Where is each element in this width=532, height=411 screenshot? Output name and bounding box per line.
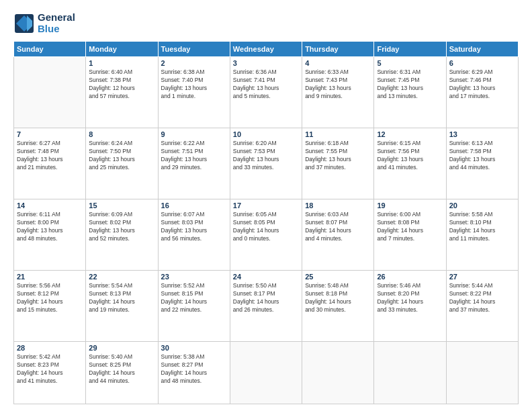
cell-2-2: 8Sunrise: 6:24 AMSunset: 7:50 PMDaylight… [86, 128, 158, 199]
calendar-table: SundayMondayTuesdayWednesdayThursdayFrid… [13, 41, 519, 404]
logo-text-general: General [38, 12, 75, 24]
cell-info: Sunset: 7:55 PM [305, 148, 371, 156]
cell-info: Daylight: 13 hours [449, 156, 515, 164]
cell-4-6: 26Sunrise: 5:46 AMSunset: 8:20 PMDayligh… [374, 271, 446, 342]
cell-info: Sunset: 7:53 PM [233, 148, 299, 156]
col-header-thursday: Thursday [302, 42, 374, 57]
cell-info: Daylight: 14 hours [233, 298, 299, 306]
cell-2-3: 9Sunrise: 6:22 AMSunset: 7:51 PMDaylight… [158, 128, 230, 199]
cell-info: Sunset: 8:02 PM [89, 219, 154, 227]
cell-1-6: 5Sunrise: 6:31 AMSunset: 7:45 PMDaylight… [374, 57, 446, 128]
cell-info: and 13 minutes. [377, 93, 443, 101]
cell-info: Daylight: 13 hours [17, 227, 83, 235]
day-number: 22 [89, 273, 154, 281]
cell-info: Sunset: 8:22 PM [449, 290, 515, 298]
cell-info: Sunrise: 6:13 AM [449, 140, 515, 148]
cell-info: and 33 minutes. [233, 164, 299, 172]
cell-info: Daylight: 13 hours [233, 85, 299, 93]
cell-info: and 22 minutes. [161, 306, 227, 314]
cell-5-5 [302, 342, 374, 404]
cell-info: Daylight: 14 hours [89, 298, 154, 306]
day-number: 1 [89, 59, 154, 67]
cell-4-7: 27Sunrise: 5:44 AMSunset: 8:22 PMDayligh… [446, 271, 518, 342]
day-number: 20 [449, 201, 515, 210]
col-header-friday: Friday [374, 42, 446, 57]
logo: General Blue [13, 12, 75, 34]
day-number: 27 [449, 273, 515, 281]
day-number: 23 [161, 273, 227, 281]
cell-info: Sunrise: 6:29 AM [449, 68, 515, 77]
cell-info: Sunrise: 5:38 AM [161, 353, 227, 361]
cell-info: and 21 minutes. [17, 164, 83, 172]
cell-5-2: 29Sunrise: 5:40 AMSunset: 8:25 PMDayligh… [86, 342, 158, 404]
cell-info: and 48 minutes. [161, 377, 227, 385]
cell-info: Sunset: 7:50 PM [89, 148, 154, 156]
day-number: 4 [305, 59, 371, 67]
calendar-page: General Blue SundayMondayTuesdayWednesda… [0, 0, 532, 411]
cell-info: and 26 minutes. [233, 306, 299, 314]
day-number: 9 [161, 130, 227, 138]
cell-info: and 1 minute. [161, 93, 227, 101]
cell-info: Daylight: 13 hours [377, 85, 443, 93]
cell-info: Sunrise: 5:44 AM [449, 282, 515, 290]
cell-2-7: 13Sunrise: 6:13 AMSunset: 7:58 PMDayligh… [446, 128, 518, 199]
cell-info: and 5 minutes. [233, 93, 299, 101]
week-row-3: 14Sunrise: 6:11 AMSunset: 8:00 PMDayligh… [14, 199, 519, 271]
week-row-1: 1Sunrise: 6:40 AMSunset: 7:38 PMDaylight… [14, 57, 519, 128]
cell-info: and 29 minutes. [161, 164, 227, 172]
cell-1-2: 1Sunrise: 6:40 AMSunset: 7:38 PMDaylight… [86, 57, 158, 128]
week-row-2: 7Sunrise: 6:27 AMSunset: 7:48 PMDaylight… [14, 128, 519, 199]
cell-info: Sunrise: 6:33 AM [305, 68, 371, 77]
cell-info: and 4 minutes. [305, 235, 371, 243]
col-header-saturday: Saturday [446, 42, 518, 57]
cell-info: and 41 minutes. [377, 164, 443, 172]
cell-info: Sunset: 7:45 PM [377, 77, 443, 85]
cell-4-1: 21Sunrise: 5:56 AMSunset: 8:12 PMDayligh… [14, 271, 86, 342]
day-number: 6 [449, 59, 515, 67]
cell-info: Daylight: 14 hours [161, 298, 227, 306]
cell-info: Daylight: 13 hours [89, 227, 154, 235]
cell-info: Sunrise: 6:05 AM [233, 211, 299, 219]
cell-1-1 [14, 57, 86, 128]
cell-5-6 [374, 342, 446, 404]
cell-info: Sunset: 7:46 PM [449, 77, 515, 85]
cell-info: Sunset: 8:25 PM [89, 361, 154, 369]
cell-info: Sunrise: 6:07 AM [161, 211, 227, 219]
day-number: 7 [17, 130, 83, 138]
col-header-monday: Monday [86, 42, 158, 57]
cell-info: Sunrise: 5:48 AM [305, 282, 371, 290]
day-number: 17 [233, 201, 299, 210]
cell-info: Sunset: 7:56 PM [377, 148, 443, 156]
cell-info: Daylight: 13 hours [89, 156, 154, 164]
cell-3-1: 14Sunrise: 6:11 AMSunset: 8:00 PMDayligh… [14, 199, 86, 271]
day-number: 24 [233, 273, 299, 281]
cell-info: Sunset: 8:08 PM [377, 219, 443, 227]
cell-3-4: 17Sunrise: 6:05 AMSunset: 8:05 PMDayligh… [230, 199, 302, 271]
cell-5-4 [230, 342, 302, 404]
cell-info: Daylight: 14 hours [17, 298, 83, 306]
cell-info: Sunrise: 6:40 AM [89, 68, 154, 77]
cell-info: Sunrise: 5:46 AM [377, 282, 443, 290]
cell-info: Sunset: 8:12 PM [17, 290, 83, 298]
day-number: 15 [89, 201, 154, 210]
cell-info: and 15 minutes. [17, 306, 83, 314]
cell-info: Sunrise: 6:00 AM [377, 211, 443, 219]
day-number: 16 [161, 201, 227, 210]
cell-1-7: 6Sunrise: 6:29 AMSunset: 7:46 PMDaylight… [446, 57, 518, 128]
cell-5-3: 30Sunrise: 5:38 AMSunset: 8:27 PMDayligh… [158, 342, 230, 404]
cell-info: Daylight: 14 hours [305, 227, 371, 235]
cell-info: and 0 minutes. [233, 235, 299, 243]
cell-info: Sunset: 8:13 PM [89, 290, 154, 298]
cell-1-4: 3Sunrise: 6:36 AMSunset: 7:41 PMDaylight… [230, 57, 302, 128]
cell-info: Daylight: 13 hours [161, 85, 227, 93]
col-header-wednesday: Wednesday [230, 42, 302, 57]
cell-info: and 11 minutes. [449, 235, 515, 243]
cell-info: Sunrise: 6:22 AM [161, 140, 227, 148]
cell-info: Daylight: 14 hours [89, 369, 154, 377]
day-number: 25 [305, 273, 371, 281]
day-number: 11 [305, 130, 371, 138]
day-number: 28 [17, 344, 83, 352]
cell-info: Sunset: 7:38 PM [89, 77, 154, 85]
header-row: SundayMondayTuesdayWednesdayThursdayFrid… [14, 42, 519, 57]
cell-4-2: 22Sunrise: 5:54 AMSunset: 8:13 PMDayligh… [86, 271, 158, 342]
